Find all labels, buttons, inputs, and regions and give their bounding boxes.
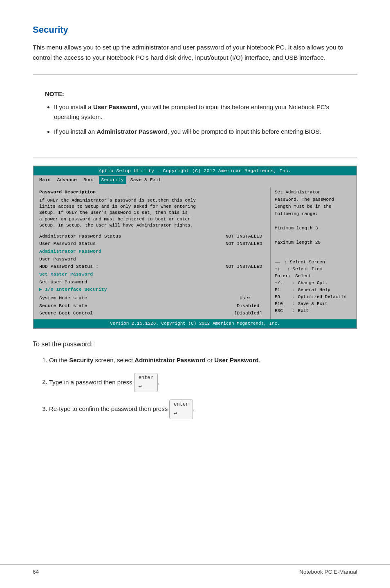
bios-row-admin-password: Administrator Password bbox=[39, 248, 266, 255]
bios-row-user-password: User Password bbox=[39, 256, 266, 263]
enter-arrow-3: enter↵ bbox=[174, 401, 188, 418]
bios-menu-save-exit[interactable]: Save & Exit bbox=[128, 176, 164, 184]
enter-key-2: enter↵ bbox=[134, 373, 158, 393]
bios-right-panel: Set Administrator Password. The password… bbox=[271, 187, 356, 319]
bios-key-f1: F1 : General Help bbox=[275, 287, 352, 294]
bios-footer: Version 2.15.1226. Copyright (C) 2012 Am… bbox=[34, 319, 356, 328]
bios-row-user-status: User Password Status NOT INSTALLED bbox=[39, 240, 266, 247]
bios-row-set-master: Set Master Password bbox=[39, 271, 266, 278]
step-1-admin-password: Administrator Password bbox=[134, 357, 205, 364]
bios-menu-security[interactable]: Security bbox=[99, 176, 126, 184]
bios-row-system-mode: System Mode state User bbox=[39, 295, 266, 302]
note-bold-user-password: User Password, bbox=[93, 103, 139, 110]
note-item-1: If you install a User Password, you will… bbox=[54, 102, 345, 122]
step-1: On the Security screen, select Administr… bbox=[49, 355, 357, 366]
page-title: Security bbox=[33, 25, 357, 35]
enter-arrow-2: enter↵ bbox=[139, 374, 153, 391]
footer-title: Notebook PC E-Manual bbox=[299, 569, 357, 575]
bios-body: Password Description If ONLY the Adminis… bbox=[34, 185, 356, 319]
step-1-security: Security bbox=[69, 357, 93, 364]
bios-row-hdd-status: HDD Password Status : NOT INSTALLED bbox=[39, 263, 266, 270]
bios-row-secure-boot-ctrl: Secure Boot Control [Disabled] bbox=[39, 310, 266, 317]
bios-key-esc: ESC : Exit bbox=[275, 307, 352, 314]
divider-mid bbox=[33, 157, 357, 157]
bios-menu-bar: Main Advance Boot Security Save & Exit bbox=[34, 175, 356, 185]
bios-desc-text: If ONLY the Administrator's password is … bbox=[39, 197, 266, 229]
footer-page-number: 64 bbox=[33, 569, 39, 575]
bios-key-legend: →← : Select Screen ↑↓ : Select Item Ente… bbox=[275, 259, 352, 314]
bios-key-enter: Enter: Select bbox=[275, 273, 352, 280]
bios-key-arrow-lr: →← : Select Screen bbox=[275, 259, 352, 266]
bios-key-f9: F9 : Optimized Defaults bbox=[275, 294, 352, 301]
bios-row-admin-status: Administrator Password Status NOT INSTAL… bbox=[39, 233, 266, 240]
step-3: Re-type to confirm the password then pre… bbox=[49, 399, 357, 419]
steps-list: On the Security screen, select Administr… bbox=[33, 355, 357, 419]
bios-menu-advance[interactable]: Advance bbox=[55, 176, 79, 184]
divider-top bbox=[33, 74, 357, 75]
bios-screen: Aptio Setup Utility - Copyright (C) 2012… bbox=[33, 166, 357, 329]
bios-row-set-user: Set User Password bbox=[39, 279, 266, 286]
steps-intro: To set the password: bbox=[33, 341, 357, 348]
bios-left-panel: Password Description If ONLY the Adminis… bbox=[34, 187, 271, 319]
note-label: NOTE: bbox=[45, 90, 345, 97]
note-bold-admin-password: Administrator Password bbox=[96, 128, 167, 135]
bios-key-plus-minus: +/- : Change Opt. bbox=[275, 280, 352, 287]
intro-text: This menu allows you to set up the admin… bbox=[33, 43, 357, 63]
step-1-user-password: User Password bbox=[214, 357, 258, 364]
bios-menu-boot[interactable]: Boot bbox=[81, 176, 97, 184]
bios-menu-main[interactable]: Main bbox=[37, 176, 53, 184]
bios-help-text: Set Administrator Password. The password… bbox=[275, 189, 352, 247]
bios-row-io: ▶ I/O Interface Security bbox=[39, 286, 266, 293]
enter-key-3: enter↵ bbox=[169, 399, 193, 419]
bios-key-arrow-ud: ↑↓ : Select Item bbox=[275, 266, 352, 273]
bios-section-title: Password Description bbox=[39, 189, 266, 196]
bios-title-bar: Aptio Setup Utility - Copyright (C) 2012… bbox=[34, 166, 356, 176]
page-footer: 64 Notebook PC E-Manual bbox=[0, 564, 390, 575]
step-2: Type in a password then press enter↵ . bbox=[49, 373, 357, 393]
bios-row-secure-boot: Secure Boot state Disabled bbox=[39, 303, 266, 310]
note-list: If you install a User Password, you will… bbox=[45, 102, 345, 137]
note-box: NOTE: If you install a User Password, yo… bbox=[33, 83, 357, 149]
bios-key-f10: F10 : Save & Exit bbox=[275, 301, 352, 307]
page: Security This menu allows you to set up … bbox=[0, 0, 390, 588]
note-item-2: If you install an Administrator Password… bbox=[54, 127, 345, 137]
